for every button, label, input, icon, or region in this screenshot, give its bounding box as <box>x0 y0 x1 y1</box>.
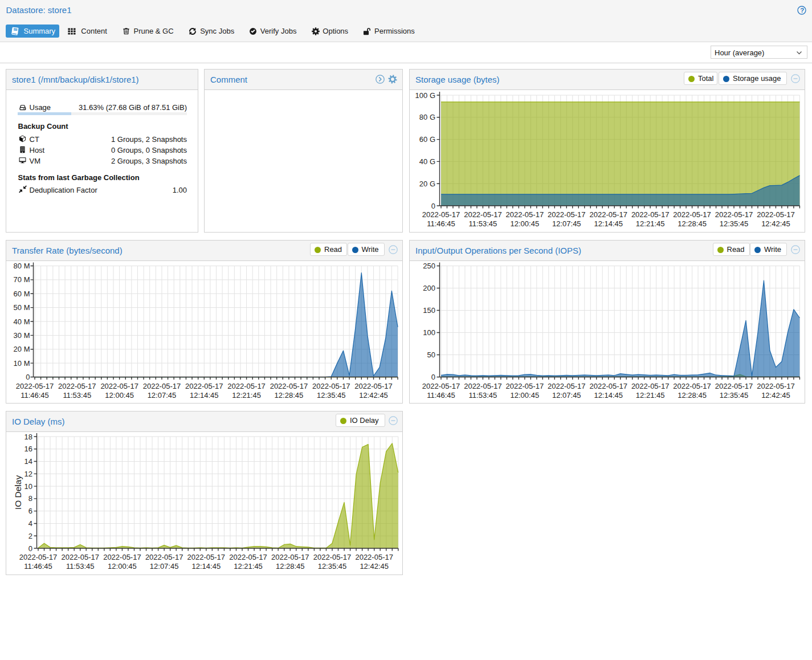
svg-text:2022-05-17: 2022-05-17 <box>187 553 226 561</box>
svg-text:11:46:45: 11:46:45 <box>24 562 52 571</box>
svg-text:2022-05-17: 2022-05-17 <box>673 210 711 219</box>
svg-text:100 G: 100 G <box>415 91 435 100</box>
svg-text:2022-05-17: 2022-05-17 <box>422 210 460 219</box>
svg-text:11:53:45: 11:53:45 <box>63 391 91 400</box>
svg-text:2022-05-17: 2022-05-17 <box>19 553 58 561</box>
svg-text:250: 250 <box>423 262 435 270</box>
svg-text:60 G: 60 G <box>419 135 435 144</box>
svg-text:2: 2 <box>28 532 32 540</box>
svg-text:50 M: 50 M <box>14 303 30 312</box>
svg-text:12:28:45: 12:28:45 <box>276 562 305 571</box>
svg-text:150: 150 <box>423 306 435 315</box>
svg-text:12:21:45: 12:21:45 <box>636 219 665 228</box>
svg-text:10: 10 <box>25 482 32 491</box>
svg-text:2022-05-17: 2022-05-17 <box>354 382 393 390</box>
svg-text:12:00:45: 12:00:45 <box>108 562 137 571</box>
svg-text:16: 16 <box>25 445 32 453</box>
svg-text:12:07:45: 12:07:45 <box>148 391 177 400</box>
svg-text:12:35:45: 12:35:45 <box>318 562 347 571</box>
svg-text:2022-05-17: 2022-05-17 <box>58 382 96 390</box>
svg-text:200: 200 <box>423 284 435 292</box>
svg-text:12:21:45: 12:21:45 <box>636 391 665 400</box>
svg-text:4: 4 <box>28 519 32 528</box>
svg-text:2022-05-17: 2022-05-17 <box>185 382 223 390</box>
svg-text:2022-05-17: 2022-05-17 <box>271 553 309 561</box>
svg-text:11:53:45: 11:53:45 <box>469 391 497 400</box>
svg-text:12:21:45: 12:21:45 <box>234 562 263 571</box>
svg-text:18: 18 <box>25 433 32 441</box>
svg-text:2022-05-17: 2022-05-17 <box>631 210 670 219</box>
svg-text:2022-05-17: 2022-05-17 <box>506 382 544 390</box>
svg-text:11:46:45: 11:46:45 <box>427 391 455 400</box>
svg-text:11:53:45: 11:53:45 <box>469 219 497 228</box>
svg-text:100: 100 <box>423 328 435 337</box>
svg-text:12:35:45: 12:35:45 <box>720 219 749 228</box>
svg-text:2022-05-17: 2022-05-17 <box>422 382 460 390</box>
svg-text:2022-05-17: 2022-05-17 <box>229 553 267 561</box>
svg-text:11:53:45: 11:53:45 <box>66 562 95 571</box>
svg-text:80 M: 80 M <box>14 262 30 270</box>
svg-text:12:28:45: 12:28:45 <box>678 391 707 400</box>
svg-text:2022-05-17: 2022-05-17 <box>145 553 183 561</box>
svg-text:10 M: 10 M <box>14 359 30 368</box>
svg-text:2022-05-17: 2022-05-17 <box>464 382 502 390</box>
svg-text:12:07:45: 12:07:45 <box>150 562 179 571</box>
svg-text:12:14:45: 12:14:45 <box>594 391 623 400</box>
svg-text:2022-05-17: 2022-05-17 <box>548 382 586 390</box>
svg-text:2022-05-17: 2022-05-17 <box>270 382 308 390</box>
svg-text:2022-05-17: 2022-05-17 <box>464 210 502 219</box>
svg-text:2022-05-17: 2022-05-17 <box>757 210 795 219</box>
svg-text:2022-05-17: 2022-05-17 <box>715 210 753 219</box>
svg-text:IO Delay: IO Delay <box>13 475 23 510</box>
svg-text:20 M: 20 M <box>14 345 30 353</box>
svg-text:12:07:45: 12:07:45 <box>552 391 581 400</box>
svg-text:70 M: 70 M <box>14 275 30 284</box>
svg-text:12:35:45: 12:35:45 <box>720 391 749 400</box>
svg-text:0: 0 <box>28 544 32 553</box>
svg-text:12:42:45: 12:42:45 <box>761 219 790 228</box>
svg-text:14: 14 <box>25 457 32 466</box>
svg-text:12:28:45: 12:28:45 <box>275 391 304 400</box>
svg-text:20 G: 20 G <box>419 180 435 188</box>
svg-text:2022-05-17: 2022-05-17 <box>757 382 795 390</box>
svg-text:12:14:45: 12:14:45 <box>190 391 219 400</box>
svg-text:2022-05-17: 2022-05-17 <box>589 210 627 219</box>
svg-text:12:28:45: 12:28:45 <box>678 219 707 228</box>
svg-text:2022-05-17: 2022-05-17 <box>16 382 54 390</box>
svg-text:2022-05-17: 2022-05-17 <box>589 382 627 390</box>
svg-text:2022-05-17: 2022-05-17 <box>143 382 181 390</box>
svg-text:0: 0 <box>431 373 435 381</box>
svg-text:40 G: 40 G <box>419 157 435 166</box>
svg-text:2022-05-17: 2022-05-17 <box>673 382 711 390</box>
svg-text:12:14:45: 12:14:45 <box>192 562 221 571</box>
svg-text:2022-05-17: 2022-05-17 <box>715 382 753 390</box>
svg-text:12: 12 <box>25 470 32 478</box>
svg-text:12:42:45: 12:42:45 <box>359 391 388 400</box>
svg-text:12:42:45: 12:42:45 <box>761 391 790 400</box>
svg-text:2022-05-17: 2022-05-17 <box>61 553 99 561</box>
svg-text:2022-05-17: 2022-05-17 <box>100 382 138 390</box>
svg-text:2022-05-17: 2022-05-17 <box>355 553 393 561</box>
svg-text:2022-05-17: 2022-05-17 <box>313 553 352 561</box>
svg-text:12:21:45: 12:21:45 <box>232 391 261 400</box>
svg-text:60 M: 60 M <box>14 290 30 298</box>
svg-text:80 G: 80 G <box>419 113 435 121</box>
svg-text:2022-05-17: 2022-05-17 <box>631 382 670 390</box>
svg-text:0: 0 <box>26 373 30 381</box>
svg-text:2022-05-17: 2022-05-17 <box>312 382 350 390</box>
svg-text:6: 6 <box>28 507 32 515</box>
svg-text:12:14:45: 12:14:45 <box>594 219 623 228</box>
svg-text:8: 8 <box>28 494 32 503</box>
svg-text:12:07:45: 12:07:45 <box>552 219 581 228</box>
svg-text:11:46:45: 11:46:45 <box>21 391 49 400</box>
svg-text:30 M: 30 M <box>14 331 30 340</box>
svg-text:50: 50 <box>427 351 435 359</box>
svg-text:40 M: 40 M <box>14 317 30 326</box>
svg-text:0: 0 <box>431 202 435 210</box>
svg-text:11:46:45: 11:46:45 <box>427 219 455 228</box>
svg-text:2022-05-17: 2022-05-17 <box>227 382 266 390</box>
svg-text:12:00:45: 12:00:45 <box>511 391 540 400</box>
svg-text:2022-05-17: 2022-05-17 <box>506 210 544 219</box>
svg-text:2022-05-17: 2022-05-17 <box>103 553 141 561</box>
svg-text:2022-05-17: 2022-05-17 <box>548 210 586 219</box>
